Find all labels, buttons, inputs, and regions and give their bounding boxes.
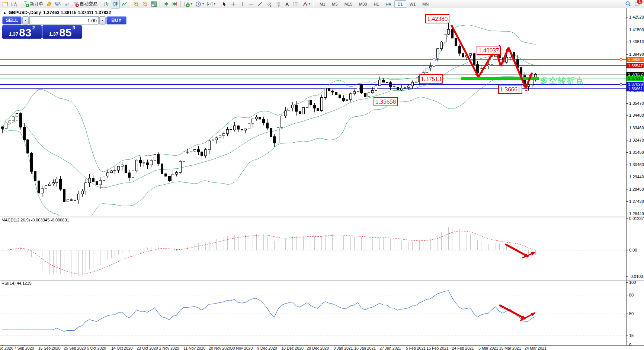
- price-annotation-1.35658[interactable]: 1.35658: [374, 97, 398, 106]
- cn-annotation-text[interactable]: 多空转折点: [540, 75, 585, 86]
- date-tickmark: [2, 345, 3, 346]
- sell-price-big: 83: [19, 27, 31, 38]
- indicator-scale-tickmark: [626, 250, 628, 250]
- date-tickmark: [242, 345, 242, 346]
- price-annotation-1.37513[interactable]: 1.37513: [419, 74, 443, 84]
- macd-indicator-label: MACD(12,26,9) -0.003345 -0.000601: [1, 218, 69, 222]
- chart-canvas[interactable]: [0, 0, 644, 350]
- ohlc-values: 1.37463 1.38115 1.37411 1.37832: [43, 10, 111, 15]
- annotation-handle[interactable]: [416, 78, 418, 80]
- symbol-period-label: GBPUSD-,Daily: [9, 10, 41, 15]
- date-tickmark: [390, 345, 391, 346]
- one-click-trading-panel: SELL ▼ ▲ BUY 1.37 83 2 1.37 85 3: [2, 16, 82, 39]
- indicator-scale-tickmark: [626, 218, 628, 219]
- date-tickmark: [220, 345, 220, 346]
- date-tickmark: [535, 345, 536, 346]
- price-annotation-1.40037[interactable]: 1.40037: [477, 46, 501, 55]
- collapse-panel-icon[interactable]: ▲: [3, 11, 6, 14]
- date-tickmark: [169, 345, 170, 346]
- price-tag-1.39064: 1.39064: [627, 57, 644, 62]
- sell-price-sup: 2: [32, 25, 35, 30]
- indicator-scale-tickmark: [626, 345, 628, 345]
- price-annotation-1.42380[interactable]: 1.42380: [425, 14, 449, 23]
- date-tickmark: [292, 345, 293, 346]
- volume-down-button[interactable]: ▼: [22, 16, 29, 25]
- rsi-indicator-label: RSI(14) 44.1215: [1, 281, 32, 285]
- date-tickmark: [343, 345, 344, 346]
- date-tickmark: [416, 345, 416, 346]
- date-tickmark: [147, 345, 148, 346]
- date-tickmark: [122, 345, 122, 346]
- date-tickmark: [195, 345, 195, 346]
- buy-price-sup: 3: [73, 25, 75, 30]
- price-annotation-1.36661[interactable]: 1.36661: [498, 85, 522, 94]
- date-tickmark: [510, 345, 510, 346]
- sell-price-small: 1.37: [9, 30, 18, 38]
- buy-price-small: 1.37: [49, 30, 58, 38]
- volume-up-button[interactable]: ▲: [99, 16, 106, 25]
- mt4-window: 新订单自动交易▾▾▾EFAT▾M1M5M15M30H1H4D1W1MN1 ▲ G…: [0, 0, 644, 350]
- date-tickmark: [49, 345, 50, 346]
- date-tickmark: [438, 345, 438, 346]
- price-tag-1.37513: 1.37513: [627, 76, 644, 81]
- date-tickmark: [267, 345, 267, 346]
- indicator-scale-tickmark: [626, 282, 628, 283]
- sell-button[interactable]: SELL: [2, 16, 22, 25]
- buy-price-big: 85: [59, 27, 71, 38]
- price-tag-1.38547: 1.38547: [627, 63, 644, 68]
- line-handle[interactable]: [620, 83, 622, 85]
- annotation-handle[interactable]: [525, 88, 527, 91]
- date-tickmark: [365, 345, 365, 346]
- date-tickmark: [318, 345, 318, 346]
- price-tag-1.36661: 1.36661: [627, 86, 644, 91]
- date-tickmark: [75, 345, 75, 346]
- indicator-scale-tickmark: [626, 295, 628, 295]
- indicator-scale-tickmark: [626, 336, 628, 336]
- support-zone-bar[interactable]: [461, 77, 539, 80]
- chart-title: ▲ GBPUSD-,Daily 1.37463 1.38115 1.37411 …: [3, 10, 111, 15]
- volume-input[interactable]: [29, 16, 99, 25]
- date-tickmark: [24, 345, 25, 346]
- line-handle[interactable]: [620, 58, 622, 61]
- indicator-scale-tickmark: [626, 276, 628, 277]
- date-tickmark: [463, 345, 463, 346]
- buy-price-display[interactable]: 1.37 85 3: [42, 25, 82, 39]
- buy-button[interactable]: BUY: [106, 16, 126, 25]
- sell-price-display[interactable]: 1.37 83 2: [2, 25, 42, 39]
- date-tickmark: [97, 345, 97, 346]
- indicator-scale-tickmark: [626, 314, 628, 314]
- date-tickmark: [488, 345, 489, 346]
